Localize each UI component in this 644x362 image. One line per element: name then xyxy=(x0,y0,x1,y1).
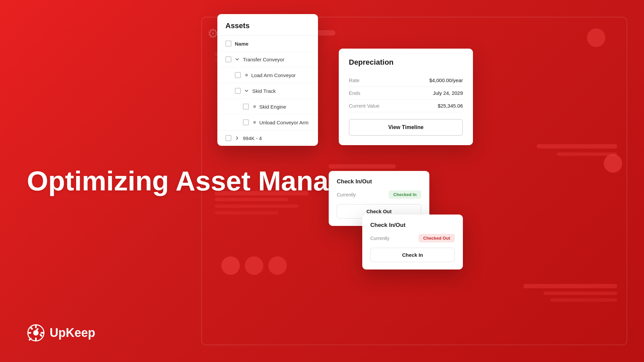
asset-row-load-arm-conveyor[interactable]: Load Arm Conveyor xyxy=(217,67,318,83)
dep-ends-label: Ends xyxy=(349,90,360,96)
checkbox-skid-track[interactable] xyxy=(235,88,241,94)
child-dot-icon xyxy=(245,74,248,76)
checkbox-994k[interactable] xyxy=(225,135,231,141)
name-column-label: Name xyxy=(235,41,249,47)
asset-row-transfer-conveyor[interactable]: Transfer Conveyor xyxy=(217,52,318,67)
child-dot-unload-icon xyxy=(253,121,256,124)
checkin-card-2: Check In/Out Currently Checked Out Check… xyxy=(362,215,463,269)
assets-panel-title: Assets xyxy=(225,21,310,30)
assets-name-header: Name xyxy=(217,36,318,52)
asset-name-994k: 994K - 4 xyxy=(243,135,262,141)
depreciation-card: Depreciation Rate $4,000.00/year Ends Ju… xyxy=(339,49,473,145)
checkin-status-row-2: Currently Checked Out xyxy=(370,234,455,242)
child-dot-skid-engine-icon xyxy=(253,105,256,108)
dep-current-value-label: Current Value xyxy=(349,103,379,109)
dep-rate-label: Rate xyxy=(349,77,360,83)
dep-row-current-value: Current Value $25,345.06 xyxy=(349,100,463,112)
asset-row-skid-engine[interactable]: Skid Engine xyxy=(217,99,318,115)
svg-rect-2 xyxy=(35,325,37,328)
currently-label-2: Currently xyxy=(370,236,389,241)
dep-ends-value: July 24, 2029 xyxy=(433,90,463,96)
asset-name-transfer-conveyor: Transfer Conveyor xyxy=(243,57,284,62)
dep-row-ends: Ends July 24, 2029 xyxy=(349,87,463,100)
checkin-title-1: Check In/Out xyxy=(337,178,421,185)
chevron-down-icon xyxy=(235,57,239,62)
dep-rate-value: $4,000.00/year xyxy=(429,77,463,83)
asset-name-skid-engine: Skid Engine xyxy=(259,104,286,110)
select-all-checkbox[interactable] xyxy=(225,41,231,47)
svg-rect-7 xyxy=(39,334,43,337)
checkin-title-2: Check In/Out xyxy=(370,222,455,229)
checked-out-badge: Checked Out xyxy=(419,234,455,242)
checkin-status-row-1: Currently Checked In xyxy=(337,190,421,199)
dep-current-value: $25,345.06 xyxy=(438,103,463,109)
checkbox-unload-conveyor-arm[interactable] xyxy=(243,119,249,125)
assets-panel: Assets Name Transfer Conveyor Load Arm C… xyxy=(217,14,318,146)
svg-rect-4 xyxy=(28,332,31,334)
logo-text: UpKeep xyxy=(50,326,95,340)
checkbox-load-arm-conveyor[interactable] xyxy=(235,72,241,78)
checkbox-skid-engine[interactable] xyxy=(243,104,249,110)
svg-point-1 xyxy=(33,330,39,336)
asset-row-unload-conveyor-arm[interactable]: Unload Conveyor Arm xyxy=(217,115,318,130)
check-in-button[interactable]: Check In xyxy=(370,248,455,262)
upkeep-logo-icon xyxy=(27,324,45,342)
checked-in-badge: Checked In xyxy=(389,190,421,199)
assets-panel-header: Assets xyxy=(217,14,318,36)
logo: UpKeep xyxy=(27,324,95,342)
view-timeline-button[interactable]: View Timeline xyxy=(349,119,463,136)
depreciation-title: Depreciation xyxy=(349,58,463,67)
asset-name-unload-conveyor-arm: Unload Conveyor Arm xyxy=(259,120,309,125)
chevron-right-icon xyxy=(235,136,239,140)
svg-rect-5 xyxy=(41,332,44,334)
checkbox-transfer-conveyor[interactable] xyxy=(225,56,231,62)
asset-row-994k[interactable]: 994K - 4 xyxy=(217,130,318,146)
dep-row-rate: Rate $4,000.00/year xyxy=(349,74,463,87)
currently-label-1: Currently xyxy=(337,192,356,197)
svg-rect-3 xyxy=(35,338,37,341)
asset-row-skid-track[interactable]: Skid Track xyxy=(217,83,318,99)
asset-name-skid-track: Skid Track xyxy=(252,88,276,94)
chevron-down-skid-icon xyxy=(244,88,249,93)
asset-name-load-arm-conveyor: Load Arm Conveyor xyxy=(251,72,296,78)
